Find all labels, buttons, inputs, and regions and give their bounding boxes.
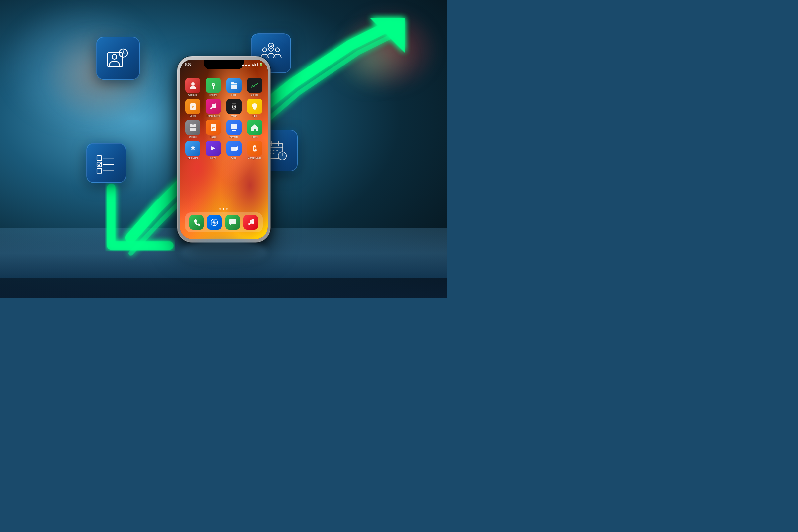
svg-point-6 <box>275 48 279 52</box>
svg-point-24 <box>191 82 194 86</box>
svg-point-4 <box>263 48 267 52</box>
svg-rect-29 <box>190 103 195 110</box>
svg-point-26 <box>213 84 214 86</box>
clips-icon <box>226 141 242 156</box>
wifi-icon: WiFi <box>252 63 258 66</box>
svg-rect-41 <box>253 109 256 109</box>
home-label: Home <box>251 136 258 138</box>
itunes-label: iTunes Store <box>207 115 220 117</box>
battery-icon: 🔋 <box>259 63 263 66</box>
dock-music[interactable] <box>243 215 258 230</box>
phone-body: 6:03 ▲▲▲ WiFi 🔋 Contact <box>177 56 270 242</box>
app-appstore[interactable]: App Store <box>183 141 203 159</box>
app-keynote[interactable]: Keynote <box>225 120 244 138</box>
signal-icon: ▲▲▲ <box>242 63 251 66</box>
svg-point-2 <box>112 55 117 59</box>
dock <box>185 212 263 232</box>
pages-label: Pages <box>210 136 217 138</box>
svg-rect-51 <box>231 125 238 129</box>
task-list-icon <box>95 151 118 174</box>
contacts-icon <box>185 78 201 93</box>
status-bar: 6:03 ▲▲▲ WiFi 🔋 <box>185 61 263 68</box>
dock-phone[interactable] <box>189 215 204 230</box>
books-label: Books <box>190 115 196 117</box>
svg-rect-46 <box>193 128 196 131</box>
app-home[interactable]: Home <box>245 120 264 138</box>
page-dot-2 <box>223 208 225 210</box>
pages-icon <box>206 120 221 135</box>
appstore-icon <box>185 141 201 156</box>
svg-rect-42 <box>254 109 256 110</box>
app-find-my[interactable]: Find My <box>204 78 223 96</box>
svg-rect-44 <box>193 125 196 127</box>
keynote-label: Keynote <box>230 136 239 138</box>
garageband-label: GarageBand <box>248 157 261 159</box>
page-dot-3 <box>226 208 228 210</box>
tips-label: Tips <box>252 115 257 117</box>
app-tips[interactable]: Tips <box>245 99 264 117</box>
appstore-label: App Store <box>188 157 198 159</box>
app-contacts[interactable]: Contacts <box>183 78 203 96</box>
clips-label: Clips <box>231 157 237 159</box>
watch-icon <box>226 99 242 114</box>
imovie-icon <box>206 141 221 156</box>
svg-point-61 <box>252 222 254 224</box>
watch-label: Watch <box>231 115 238 117</box>
svg-rect-35 <box>232 103 236 104</box>
floating-icon-task-list <box>87 143 126 183</box>
bg-gradient-4 <box>321 17 421 100</box>
garageband-icon <box>247 141 262 156</box>
utilities-icon <box>185 120 201 135</box>
floating-icon-time-person <box>96 37 140 80</box>
dock-safari[interactable] <box>207 215 222 230</box>
phone-device: 6:03 ▲▲▲ WiFi 🔋 Contact <box>177 56 270 242</box>
stocks-label: Stocks <box>251 94 258 96</box>
app-garageband[interactable]: GarageBand <box>245 141 264 159</box>
keynote-icon <box>226 120 242 135</box>
svg-point-60 <box>248 223 250 225</box>
tips-icon <box>247 99 262 114</box>
svg-point-5 <box>269 46 273 51</box>
svg-rect-18 <box>97 156 102 160</box>
svg-rect-22 <box>97 169 102 173</box>
findmy-icon <box>206 78 221 93</box>
app-imovie[interactable]: iMovie <box>204 141 223 159</box>
imovie-label: iMovie <box>210 157 216 159</box>
app-stocks[interactable]: Stocks <box>245 78 264 96</box>
app-itunes-store[interactable]: iTunes Store <box>204 99 223 117</box>
phone-screen: 6:03 ▲▲▲ WiFi 🔋 Contact <box>180 59 268 239</box>
app-books[interactable]: Books <box>183 99 203 117</box>
files-icon <box>226 78 242 93</box>
app-files[interactable]: Files <box>225 78 244 96</box>
svg-point-33 <box>210 108 212 109</box>
app-clips[interactable]: Clips <box>225 141 244 159</box>
page-dots <box>180 208 268 210</box>
svg-point-55 <box>254 147 256 150</box>
svg-rect-43 <box>190 125 192 127</box>
itunes-icon <box>206 99 221 114</box>
findmy-label: Find My <box>209 94 217 96</box>
svg-rect-28 <box>231 82 234 84</box>
page-dot-1 <box>220 208 221 210</box>
svg-rect-13 <box>272 150 274 151</box>
app-grid: Contacts Find My <box>183 78 264 159</box>
files-label: Files <box>231 94 236 96</box>
status-time: 6:03 <box>185 62 191 66</box>
app-pages[interactable]: Pages <box>204 120 223 138</box>
contacts-label: Contacts <box>188 94 197 96</box>
stocks-icon <box>247 78 262 93</box>
app-watch[interactable]: Watch <box>225 99 244 117</box>
utilities-label: Utilities <box>189 136 196 138</box>
svg-point-34 <box>214 107 216 108</box>
time-person-icon <box>107 46 130 70</box>
home-icon <box>247 120 262 135</box>
svg-rect-16 <box>272 153 274 154</box>
svg-rect-27 <box>231 83 238 89</box>
svg-marker-59 <box>212 221 216 224</box>
app-utilities[interactable]: Utilities <box>183 120 203 138</box>
svg-rect-14 <box>276 150 278 151</box>
status-icons: ▲▲▲ WiFi 🔋 <box>242 63 263 66</box>
books-icon <box>185 99 201 114</box>
dock-messages[interactable] <box>225 215 240 230</box>
svg-rect-45 <box>190 128 192 131</box>
